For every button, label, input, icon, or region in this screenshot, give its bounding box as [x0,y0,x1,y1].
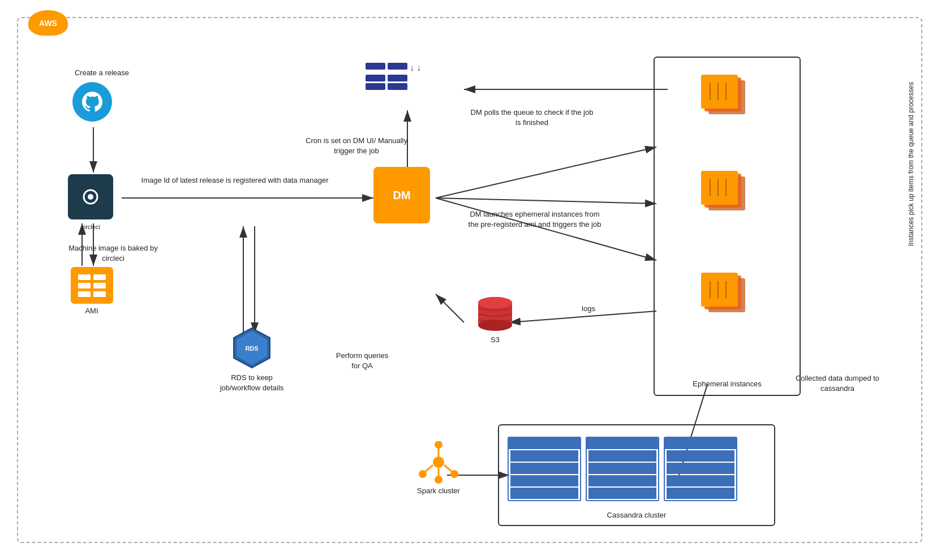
github-icon [72,82,112,122]
cassandra-table-1 [508,437,581,501]
sqs-icon-box: ↓ ↓ [368,57,419,96]
cassandra-table-3 [664,437,737,501]
create-release-label: Create a release [57,68,147,78]
ec2-instance-1 [700,75,751,122]
svg-rect-23 [78,291,91,297]
ephemeral-label: Ephemeral instances [655,379,800,389]
s3-label: S3 [478,335,512,345]
perform-queries-label: Perform queries for QA [334,351,390,371]
spark-cluster-label: Spark cluster [410,486,467,496]
dm-polls-label: DM polls the queue to check if the job i… [470,107,594,128]
github-icon-box [72,82,112,122]
svg-text:RDS: RDS [245,345,258,352]
image-id-label: Image Id of latest release is registered… [127,175,342,186]
svg-rect-24 [93,291,106,297]
svg-rect-19 [78,274,91,280]
logs-label: logs [566,304,611,314]
rds-icon-box: RDS RDS to keep job/workflow details [218,325,286,393]
ami-label: AMI [69,306,114,316]
svg-point-52 [435,441,442,449]
ec2-instance-3 [700,273,751,320]
svg-point-18 [88,194,93,200]
collected-data-label: Collected data dumped to cassandra [792,373,883,394]
instances-pick-label: Instances pick up items from the queue a… [907,68,930,260]
cassandra-table-2 [586,437,659,501]
ami-icon [71,267,113,304]
svg-rect-33 [701,171,738,205]
svg-point-58 [435,476,442,484]
svg-point-56 [419,470,427,478]
circleci-label: circleci [68,222,113,232]
svg-rect-39 [701,273,738,307]
cassandra-cluster-label: Cassandra cluster [499,510,774,520]
svg-point-49 [478,297,512,308]
dm-launches-label: DM launches ephemeral instances from the… [464,209,605,230]
svg-rect-21 [78,283,91,288]
rds-label: RDS to keep job/workflow details [218,373,286,393]
svg-rect-22 [93,283,106,288]
spark-icon-box: Spark cluster [410,441,467,496]
svg-line-53 [444,465,453,472]
canvas: AWS [0,0,941,560]
svg-rect-20 [93,274,106,280]
dm-box: DM [373,167,430,223]
sqs-icon: ↓ ↓ [368,57,419,96]
svg-point-48 [478,320,512,331]
s3-icon [475,294,515,334]
s3-icon-box: S3 [475,294,515,345]
svg-rect-27 [701,75,738,109]
dm-box-container: DM [373,167,430,223]
ami-icon-box: AMI [69,267,114,316]
svg-point-50 [433,456,444,468]
ephemeral-box: Ephemeral instances [654,57,801,396]
circleci-icon [68,174,113,219]
spark-icon [418,441,460,484]
cron-label: Cron is set on DM UI/ Manually trigger t… [300,136,413,156]
machine-image-label: Machine image is baked by circleci [57,243,170,264]
cassandra-box: Cassandra cluster [498,424,775,526]
svg-point-54 [450,470,458,478]
aws-logo: AWS [28,10,68,36]
rds-icon: RDS [229,325,274,371]
ec2-instance-2 [700,171,751,218]
cassandra-tables [499,425,774,512]
circleci-icon-box: circleci [68,174,113,232]
svg-line-55 [424,465,433,472]
